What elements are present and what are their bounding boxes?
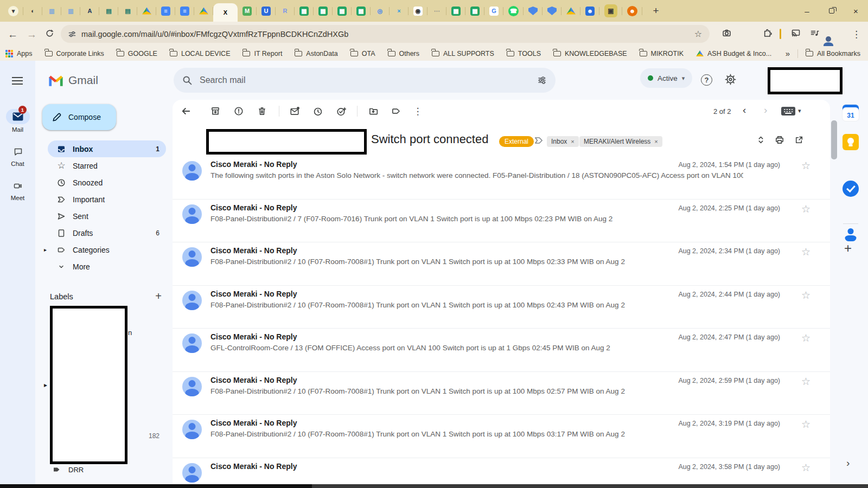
browser-menu-button[interactable]: ⋮	[852, 28, 861, 40]
bookmark-item[interactable]: IT Report	[242, 50, 282, 57]
contacts-tab[interactable]: ☻	[580, 0, 599, 22]
close-window-button[interactable]: ×	[844, 0, 868, 22]
archive-button[interactable]	[209, 105, 222, 118]
settings-button[interactable]	[725, 74, 736, 87]
bookmark-star-icon[interactable]: ☆	[694, 29, 702, 39]
expand-all-button[interactable]	[754, 133, 767, 146]
scrollbar-thumb[interactable]	[831, 120, 837, 159]
chip-meraki-alert-wireless[interactable]: MERAKI/Alert Wireless	[579, 136, 662, 147]
bookmark-item[interactable]: AstonData	[295, 50, 337, 57]
sheets-tab[interactable]: ▦	[465, 0, 484, 22]
collapsed-message-row[interactable]: Cisco Meraki - No Reply F08-Panel-Distri…	[173, 415, 830, 458]
main-menu-icon[interactable]	[12, 77, 23, 78]
bookmark-item[interactable]: Apps	[5, 50, 33, 57]
docs-tab[interactable]: ▥	[42, 0, 61, 22]
chat-extension-tab[interactable]: ▣	[599, 0, 622, 22]
add-to-tasks-button[interactable]	[335, 105, 348, 118]
back-to-inbox-button[interactable]	[180, 105, 193, 118]
drive-tab[interactable]	[561, 0, 580, 22]
sheets-tab[interactable]: ▦	[446, 0, 465, 22]
new-tab-button[interactable]: +	[647, 2, 665, 20]
more-options-button[interactable]: ⋮	[411, 105, 424, 118]
sheets-tab[interactable]: ▦	[352, 0, 371, 22]
compose-button[interactable]: Compose	[42, 104, 116, 130]
sheets-tab[interactable]: ▦	[295, 0, 314, 22]
label-expand-arrow[interactable]: ▸	[44, 381, 47, 389]
minimize-button[interactable]: –	[795, 0, 819, 22]
star-toggle-icon[interactable]	[801, 332, 810, 344]
fingerprint-tab[interactable]: ◉	[409, 0, 427, 22]
delete-button[interactable]	[256, 105, 269, 118]
u-app-tab[interactable]: U	[257, 0, 276, 22]
nav-item-sent[interactable]: Sent	[48, 208, 166, 224]
reload-button[interactable]	[45, 29, 54, 40]
collapsed-message-row[interactable]: Cisco Meraki - No Reply F08-Panel-Distri…	[173, 286, 830, 329]
remove-chip-icon[interactable]	[571, 138, 574, 145]
search-bar[interactable]: Search mail	[174, 68, 556, 93]
move-to-button[interactable]	[367, 105, 380, 118]
tab-search[interactable]: ▾	[3, 0, 23, 22]
side-panel-collapse-button[interactable]: ›	[846, 457, 850, 469]
rail-meet-button[interactable]	[6, 178, 30, 194]
a-doc-tab[interactable]: A	[80, 0, 99, 22]
nav-item-inbox[interactable]: Inbox1	[48, 140, 166, 157]
bookmark-item[interactable]: GOOGLE	[117, 50, 157, 57]
print-button[interactable]	[773, 133, 786, 146]
search-options-icon[interactable]	[537, 75, 547, 85]
rail-chat-button[interactable]	[6, 144, 30, 159]
profile-tab[interactable]: ☻	[622, 0, 642, 22]
globe-tab[interactable]: ◐	[23, 0, 42, 22]
calendar-panel-button[interactable]: 31	[843, 105, 859, 121]
sheets-tab[interactable]: ▦	[314, 0, 333, 22]
keep-panel-button[interactable]	[843, 134, 859, 150]
camera-button[interactable]	[722, 28, 731, 40]
nav-item-categories[interactable]: ▸ Categories	[48, 241, 166, 258]
drive-tab[interactable]	[194, 0, 213, 22]
collapsed-message-row[interactable]: Cisco Meraki - No Reply F08-Panel-Distri…	[173, 242, 830, 286]
bookmark-item[interactable]: MIKROTIK	[640, 50, 684, 57]
expand-arrow-icon[interactable]: ▸	[44, 247, 47, 253]
docs-blue-tab[interactable]: ≡	[175, 0, 194, 22]
create-label-button[interactable]: +	[155, 290, 162, 303]
shield-tab[interactable]	[542, 0, 561, 22]
tasks-panel-button[interactable]	[843, 181, 859, 197]
collapsed-message-row[interactable]: Cisco Meraki - No Reply F08-Panel-Distri…	[173, 200, 830, 243]
collapsed-message-row[interactable]: Cisco Meraki - No Reply GFL-ControlRoom-…	[173, 329, 830, 372]
clipboard-tab[interactable]: ▤	[99, 0, 118, 22]
older-button[interactable]: ›	[764, 104, 767, 116]
forward-button[interactable]: →	[27, 29, 37, 39]
star-toggle-icon[interactable]	[801, 246, 810, 258]
input-tools-dropdown[interactable]: ▾	[798, 107, 801, 114]
report-spam-button[interactable]	[232, 105, 245, 118]
nav-item-important[interactable]: Important	[48, 191, 166, 208]
nav-item-drafts[interactable]: Drafts6	[48, 224, 166, 241]
bookmarks-overflow-button[interactable]: »	[786, 49, 790, 58]
drive-tab[interactable]	[137, 0, 156, 22]
collapsed-message-row[interactable]: Cisco Meraki - No Reply The following sw…	[173, 156, 830, 200]
status-selector[interactable]: Active ▾	[640, 68, 692, 88]
dashes-tab[interactable]: ⋯	[427, 0, 446, 22]
star-toggle-icon[interactable]	[801, 159, 810, 172]
bookmark-item[interactable]: ALL SUPPORTS	[432, 50, 494, 57]
star-toggle-icon[interactable]	[801, 418, 810, 431]
clipboard-tab[interactable]: ▤	[118, 0, 137, 22]
m-app-tab[interactable]: M	[238, 0, 257, 22]
tools-tab[interactable]: ×	[390, 0, 409, 22]
collapsed-message-row[interactable]: Cisco Meraki - No Reply F08-Panel-Distri…	[173, 372, 830, 415]
nav-item-snoozed[interactable]: Snoozed	[48, 174, 166, 191]
docs-blue-tab[interactable]: ≡	[156, 0, 175, 22]
snooze-button[interactable]	[311, 105, 324, 118]
star-toggle-icon[interactable]	[801, 289, 810, 301]
label-button[interactable]	[390, 105, 403, 118]
shield-tab[interactable]	[524, 0, 542, 22]
nav-item-starred[interactable]: ☆ Starred	[48, 157, 166, 174]
search-input[interactable]: Search mail	[200, 75, 529, 85]
search-icon[interactable]	[182, 75, 192, 85]
bookmark-item[interactable]: TOOLS	[507, 50, 541, 57]
all-bookmarks-button[interactable]: All Bookmarks	[806, 50, 860, 57]
star-toggle-icon[interactable]	[801, 203, 810, 215]
add-addon-button[interactable]: +	[844, 241, 852, 256]
open-in-new-button[interactable]	[792, 133, 805, 146]
back-button[interactable]: ←	[8, 29, 18, 39]
whatsapp-tab[interactable]: ☎	[503, 0, 524, 22]
